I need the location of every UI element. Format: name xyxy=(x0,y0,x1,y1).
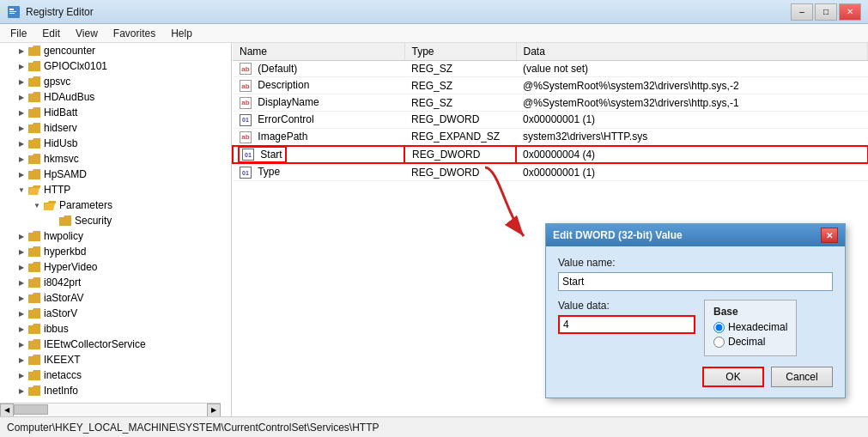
menu-favorites[interactable]: Favorites xyxy=(106,26,162,41)
minimize-button[interactable]: – xyxy=(791,3,813,21)
maximize-button[interactable]: □ xyxy=(815,3,837,21)
tree-item-inetinfo[interactable]: ▶ InetInfo xyxy=(0,383,231,398)
tree-label: HTTP xyxy=(44,184,70,196)
reg-expand-sz-icon: ab xyxy=(240,131,252,143)
folder-icon xyxy=(58,215,72,227)
tree-label: Security xyxy=(75,215,112,227)
table-row[interactable]: 01 ErrorControl REG_DWORD 0x00000001 (1) xyxy=(233,111,868,128)
tree-item-parameters[interactable]: ▼ Parameters xyxy=(0,197,231,213)
expand-icon: ▶ xyxy=(15,168,27,180)
scroll-thumb[interactable] xyxy=(14,404,48,415)
scroll-right-arrow[interactable]: ▶ xyxy=(207,404,221,417)
row-type: REG_SZ xyxy=(404,60,516,77)
folder-icon xyxy=(27,354,41,366)
svg-rect-3 xyxy=(9,13,15,14)
expand-icon: ▼ xyxy=(31,199,43,211)
table-row-start[interactable]: 01 Start REG_DWORD 0x00000004 (4) xyxy=(233,146,868,164)
tree-item-hidserv[interactable]: ▶ hidserv xyxy=(0,120,231,136)
menu-file[interactable]: File xyxy=(3,26,33,41)
tree-item-security[interactable]: ▶ Security xyxy=(0,213,231,228)
hexadecimal-option[interactable]: Hexadecimal xyxy=(713,321,787,333)
table-row[interactable]: ab (Default) REG_SZ (value not set) xyxy=(233,60,868,77)
reg-dword-icon: 01 xyxy=(242,149,254,161)
row-name: ab Description xyxy=(233,77,404,94)
tree-item-hwpolicy[interactable]: ▶ hwpolicy xyxy=(0,228,231,244)
folder-icon xyxy=(27,106,41,118)
menu-edit[interactable]: Edit xyxy=(35,26,67,41)
reg-sz-icon: ab xyxy=(240,63,252,75)
menu-view[interactable]: View xyxy=(69,26,105,41)
folder-icon xyxy=(27,276,41,288)
expand-icon: ▶ xyxy=(15,354,27,366)
reg-sz-icon: ab xyxy=(240,97,252,109)
decimal-option[interactable]: Decimal xyxy=(713,336,787,348)
tree-item-iastorav[interactable]: ▶ iaStorAV xyxy=(0,290,231,306)
table-row[interactable]: ab Description REG_SZ @%SystemRoot%\syst… xyxy=(233,77,868,94)
row-data: @%SystemRoot%\system32\drivers\http.sys,… xyxy=(516,77,868,94)
close-button[interactable]: ✕ xyxy=(839,3,861,21)
tree-label: InetInfo xyxy=(44,385,78,397)
ok-button[interactable]: OK xyxy=(702,367,764,387)
expand-icon: ▶ xyxy=(15,338,27,350)
tree-hscrollbar[interactable]: ◀ ▶ xyxy=(0,403,221,416)
scroll-left-arrow[interactable]: ◀ xyxy=(0,404,14,417)
cancel-button[interactable]: Cancel xyxy=(771,367,833,387)
status-bar: Computer\HKEY_LOCAL_MACHINE\SYSTEM\Curre… xyxy=(0,416,868,437)
row-name: 01 Start xyxy=(233,146,404,164)
dialog-content: Value name: Value data: Base Hexadecimal… xyxy=(546,246,845,398)
tree-label: GPIOClx0101 xyxy=(44,60,107,72)
tree-item-gpio[interactable]: ▶ GPIOClx0101 xyxy=(0,58,231,74)
expand-icon: ▶ xyxy=(15,307,27,319)
title-bar-left: Registry Editor xyxy=(7,5,94,19)
table-row[interactable]: 01 Type REG_DWORD 0x00000001 (1) xyxy=(233,163,868,180)
row-data: system32\drivers\HTTP.sys xyxy=(516,128,868,145)
folder-icon xyxy=(27,261,41,273)
expand-icon: ▶ xyxy=(15,369,27,381)
tree-item-hpsamd[interactable]: ▶ HpSAMD xyxy=(0,167,231,182)
value-data-group: Value data: xyxy=(558,300,695,356)
decimal-radio[interactable] xyxy=(713,337,725,348)
tree-item-i8042prt[interactable]: ▶ i8042prt xyxy=(0,275,231,290)
folder-icon xyxy=(27,385,41,397)
tree-item-http[interactable]: ▼ HTTP xyxy=(0,182,231,197)
tree-item-hyperkbd[interactable]: ▶ hyperkbd xyxy=(0,244,231,259)
row-type: REG_DWORD xyxy=(404,146,516,164)
table-row[interactable]: ab DisplayName REG_SZ @%SystemRoot%\syst… xyxy=(233,94,868,112)
tree-label: IEEtwCollectorService xyxy=(44,338,146,350)
edit-dword-dialog: Edit DWORD (32-bit) Value ✕ Value name: … xyxy=(545,223,846,398)
tree-label: ibbus xyxy=(44,323,69,335)
folder-icon xyxy=(27,91,41,103)
scroll-track[interactable] xyxy=(14,404,207,416)
col-type: Type xyxy=(404,43,516,60)
value-name-label: Value name: xyxy=(558,257,833,269)
folder-icon xyxy=(27,60,41,72)
tree-item-hkmsvc[interactable]: ▶ hkmsvc xyxy=(0,151,231,167)
reg-dword-icon: 01 xyxy=(240,167,252,179)
expand-icon: ▶ xyxy=(15,292,27,304)
row-name: ab (Default) xyxy=(233,60,404,77)
tree-item-ieetwcollector[interactable]: ▶ IEEtwCollectorService xyxy=(0,337,231,352)
decimal-label: Decimal xyxy=(728,336,765,348)
tree-item-gpsvc[interactable]: ▶ gpsvc xyxy=(0,74,231,89)
expand-icon: ▶ xyxy=(15,76,27,88)
tree-item-hidbatt[interactable]: ▶ HidBatt xyxy=(0,105,231,120)
expand-icon: ▶ xyxy=(15,230,27,242)
hexadecimal-radio[interactable] xyxy=(713,322,725,333)
table-row[interactable]: ab ImagePath REG_EXPAND_SZ system32\driv… xyxy=(233,128,868,145)
value-data-input[interactable] xyxy=(558,315,695,334)
expand-icon: ▶ xyxy=(15,106,27,118)
value-name-input[interactable] xyxy=(558,272,833,291)
row-name: 01 Type xyxy=(233,163,404,180)
tree-item-inetaccs[interactable]: ▶ inetaccs xyxy=(0,367,231,383)
tree-scroll[interactable]: ▶ gencounter ▶ GPIOClx0101 ▶ xyxy=(0,43,231,416)
tree-label: hwpolicy xyxy=(44,230,83,242)
tree-item-iastorv[interactable]: ▶ iaStorV xyxy=(0,306,231,321)
tree-item-gencounter[interactable]: ▶ gencounter xyxy=(0,43,231,58)
tree-item-ibbus[interactable]: ▶ ibbus xyxy=(0,321,231,337)
tree-item-ikeext[interactable]: ▶ IKEEXT xyxy=(0,352,231,367)
dialog-close-button[interactable]: ✕ xyxy=(821,228,838,243)
tree-item-hidusb[interactable]: ▶ HidUsb xyxy=(0,136,231,151)
menu-help[interactable]: Help xyxy=(164,26,199,41)
tree-item-hdaudbus[interactable]: ▶ HDAudBus xyxy=(0,89,231,105)
tree-item-hypervideo[interactable]: ▶ HyperVideo xyxy=(0,259,231,275)
